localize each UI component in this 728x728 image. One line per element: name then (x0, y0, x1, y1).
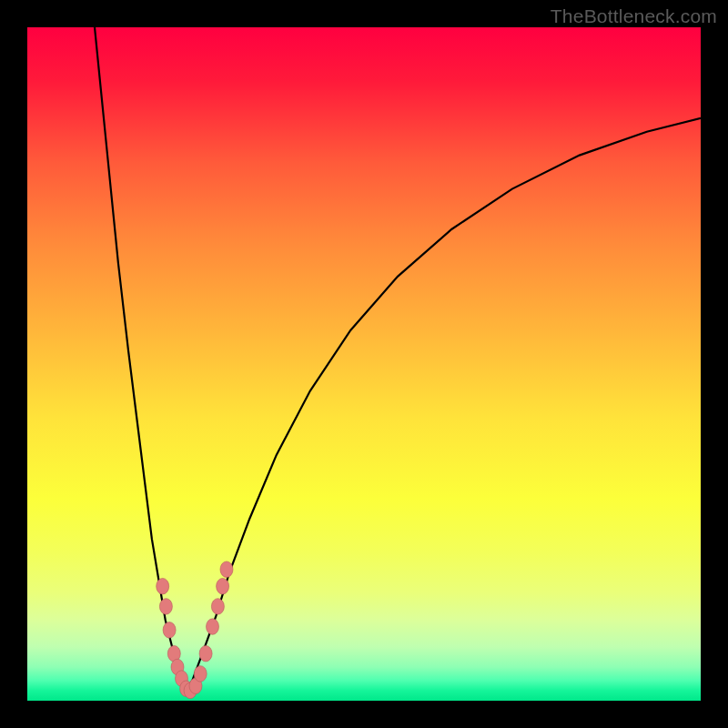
chart-frame: TheBottleneck.com (0, 0, 728, 728)
data-marker (157, 578, 169, 594)
data-marker (163, 622, 176, 639)
data-marker (207, 619, 219, 635)
markers-group (157, 561, 233, 699)
bottleneck-curve (27, 27, 701, 701)
data-marker (220, 561, 233, 578)
left-branch-path (95, 27, 187, 691)
data-marker (199, 645, 212, 662)
data-marker (217, 578, 229, 594)
data-marker (194, 666, 207, 682)
data-marker (159, 599, 172, 615)
right-branch-path (187, 118, 701, 691)
watermark-label: TheBottleneck.com (551, 5, 717, 27)
data-marker (211, 599, 224, 615)
plot-area (27, 27, 701, 701)
